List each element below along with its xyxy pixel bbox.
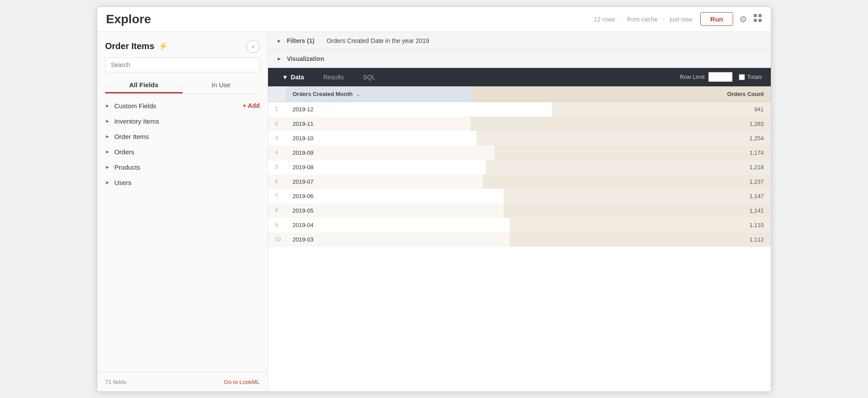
row-count: 1,218 <box>470 160 771 174</box>
row-number: 1 <box>268 102 286 117</box>
row-month: 2019-12 <box>286 102 470 117</box>
table-row: 3 2019-10 1,254 <box>268 131 771 146</box>
search-input[interactable] <box>105 57 260 72</box>
row-number: 9 <box>268 218 286 232</box>
row-count: 1,141 <box>470 203 771 218</box>
row-limit-area: Row Limit <box>680 72 733 82</box>
table-row: 6 2019-07 1,237 <box>268 174 771 189</box>
sidebar-footer: 71 fields Go to LookML <box>97 372 268 391</box>
group-products-header[interactable]: ► Products <box>97 160 268 175</box>
sidebar-title-row: Order Items ⚡ <box>105 41 168 51</box>
filter-value: Orders Created Date in the year 2019 <box>327 37 429 44</box>
svg-rect-2 <box>754 19 757 22</box>
chevron-right-icon: ► <box>105 180 110 185</box>
collapse-sidebar-button[interactable]: ‹ <box>247 40 260 53</box>
totals-checkbox-area: Totals <box>739 74 762 80</box>
table-body: 1 2019-12 941 2 2019-11 1,283 3 2019-10 … <box>268 102 771 247</box>
row-month: 2019-04 <box>286 218 470 232</box>
field-list: ► Custom Fields + Add ► Inventory Items <box>97 94 268 372</box>
search-box <box>105 57 260 72</box>
tab-in-use[interactable]: In Use <box>183 77 260 93</box>
col-orders-count-header[interactable]: Orders Count <box>470 86 771 102</box>
group-custom-fields: ► Custom Fields + Add <box>97 98 268 114</box>
meta-rows: 12 rows <box>594 16 615 23</box>
add-custom-field-button[interactable]: + Add <box>243 102 260 109</box>
content-area: ► Filters (1) Orders Created Date in the… <box>268 32 771 391</box>
svg-rect-1 <box>759 14 762 17</box>
group-users-header[interactable]: ► Users <box>97 175 268 190</box>
group-order-items-label: Order Items <box>114 133 149 140</box>
chevron-right-icon: ► <box>105 118 110 124</box>
totals-checkbox[interactable] <box>739 74 745 80</box>
meta-time: just now <box>670 16 692 23</box>
row-count: 1,237 <box>470 174 771 189</box>
group-order-items-header[interactable]: ► Order Items <box>97 129 268 144</box>
row-number: 3 <box>268 131 286 146</box>
table-row: 4 2019-09 1,174 <box>268 146 771 160</box>
group-inventory-items: ► Inventory Items <box>97 114 268 129</box>
col-orders-month-header[interactable]: Orders Created Month ⌄ <box>286 86 470 102</box>
group-order-items: ► Order Items <box>97 129 268 144</box>
filter-toggle-icon[interactable]: ► <box>277 38 282 43</box>
meta-info: 12 rows · from cache · just now <box>592 16 694 23</box>
row-number: 8 <box>268 203 286 218</box>
row-month: 2019-11 <box>286 117 470 131</box>
row-count: 1,110 <box>470 218 771 232</box>
group-orders: ► Orders <box>97 144 268 160</box>
row-number: 4 <box>268 146 286 160</box>
group-products: ► Products <box>97 160 268 175</box>
group-inventory-items-header[interactable]: ► Inventory Items <box>97 114 268 129</box>
group-custom-fields-header[interactable]: ► Custom Fields + Add <box>97 98 268 114</box>
svg-rect-0 <box>754 14 757 17</box>
top-bar-right: 12 rows · from cache · just now Run ⚙ <box>592 12 762 26</box>
row-limit-label: Row Limit <box>680 74 705 80</box>
settings-icon[interactable]: ⚙ <box>739 14 747 25</box>
run-button[interactable]: Run <box>700 12 733 26</box>
group-users: ► Users <box>97 175 268 190</box>
go-to-lookml-link[interactable]: Go to LookML <box>224 379 260 385</box>
group-custom-fields-label: Custom Fields <box>114 102 156 110</box>
tab-data[interactable]: ▼ Data <box>272 68 314 86</box>
filter-bar: ► Filters (1) Orders Created Date in the… <box>268 32 771 50</box>
table-row: 1 2019-12 941 <box>268 102 771 117</box>
svg-rect-3 <box>759 19 762 22</box>
row-number: 5 <box>268 160 286 174</box>
table-row: 9 2019-04 1,110 <box>268 218 771 232</box>
tab-all-fields[interactable]: All Fields <box>105 77 183 93</box>
filter-label[interactable]: Filters (1) <box>287 37 314 44</box>
viz-label[interactable]: Visualization <box>287 55 324 62</box>
table-header-row: Orders Created Month ⌄ Orders Count <box>268 86 771 102</box>
row-count: 1,283 <box>470 117 771 131</box>
group-products-label: Products <box>114 163 140 171</box>
tab-results[interactable]: Results <box>314 68 353 86</box>
row-month: 2019-03 <box>286 232 470 247</box>
row-limit-input[interactable] <box>708 72 733 82</box>
row-count: 1,254 <box>470 131 771 146</box>
viz-toggle-icon[interactable]: ► <box>277 56 282 61</box>
row-count: 1,147 <box>470 189 771 203</box>
grid-view-icon[interactable] <box>753 14 762 25</box>
data-tabs: ▼ Data Results SQL Row Limit <box>268 68 771 86</box>
top-bar: Explore 12 rows · from cache · just now … <box>97 7 771 32</box>
row-month: 2019-06 <box>286 189 470 203</box>
group-users-label: Users <box>114 179 131 186</box>
row-number: 10 <box>268 232 286 247</box>
group-orders-header[interactable]: ► Orders <box>97 144 268 160</box>
chevron-right-icon: ► <box>105 149 110 154</box>
tab-data-arrow: ▼ <box>282 74 288 81</box>
app-window: Explore 12 rows · from cache · just now … <box>97 7 771 392</box>
tab-sql[interactable]: SQL <box>353 68 385 86</box>
chevron-right-icon: ► <box>105 134 110 139</box>
page-title: Explore <box>106 12 151 26</box>
table-row: 8 2019-05 1,141 <box>268 203 771 218</box>
row-month: 2019-07 <box>286 174 470 189</box>
fields-count: 71 fields <box>105 379 126 385</box>
totals-label: Totals <box>747 74 762 80</box>
row-count: 1,174 <box>470 146 771 160</box>
table-row: 7 2019-06 1,147 <box>268 189 771 203</box>
data-area: ▼ Data Results SQL Row Limit <box>268 68 771 391</box>
chevron-right-icon: ► <box>105 103 110 108</box>
table-row: 5 2019-08 1,218 <box>268 160 771 174</box>
row-month: 2019-08 <box>286 160 470 174</box>
table-row: 2 2019-11 1,283 <box>268 117 771 131</box>
